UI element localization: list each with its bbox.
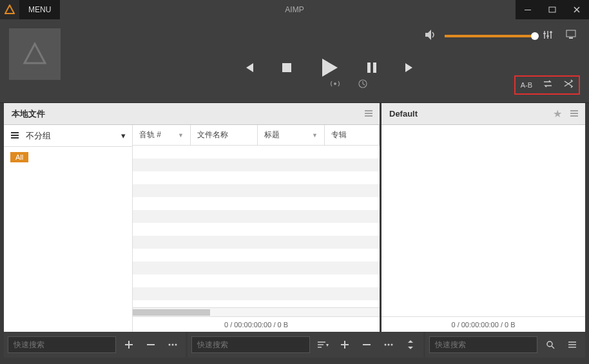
content-panels: 本地文件 不分组 ▾ All 音轨 #▼ 文件名称 标题▼ [4, 103, 585, 332]
close-button[interactable] [565, 0, 589, 19]
filter-icon[interactable]: ▼ [312, 132, 318, 139]
playback-mode-group: A-B [514, 75, 580, 95]
column-filename[interactable]: 文件名称 [191, 125, 258, 145]
clock-icon[interactable] [358, 79, 367, 91]
table-row [133, 287, 380, 300]
filter-search-input[interactable] [191, 336, 310, 353]
volume-slider[interactable] [445, 35, 535, 37]
table-row [133, 158, 380, 171]
playlist-menu-icon[interactable] [570, 108, 579, 120]
chevron-down-icon: ▾ [121, 131, 126, 140]
pause-button[interactable] [366, 61, 378, 74]
table-row [133, 262, 380, 274]
volume-control [424, 29, 576, 43]
table-row [133, 146, 380, 158]
svg-rect-3 [367, 62, 371, 73]
group-menu-icon[interactable] [10, 130, 19, 142]
table-row [133, 223, 380, 236]
svg-rect-6 [569, 37, 573, 39]
library-search-input[interactable] [8, 336, 116, 353]
svg-point-15 [547, 341, 552, 347]
app-logo-icon [0, 0, 19, 19]
horizontal-scrollbar[interactable] [133, 307, 380, 316]
column-headers: 音轨 #▼ 文件名称 标题▼ 专辑 [133, 125, 380, 146]
table-row [133, 210, 380, 223]
remove-button[interactable] [142, 336, 160, 353]
filter-icon[interactable]: ▼ [178, 132, 184, 139]
svg-rect-0 [525, 10, 531, 10]
bottom-toolbar: ▾ [4, 332, 585, 358]
svg-rect-1 [549, 7, 555, 12]
repeat-icon[interactable] [543, 79, 553, 91]
library-tab[interactable]: 本地文件 [12, 108, 45, 120]
library-status: 0 / 00:00:00:00 / 0 B [133, 316, 380, 332]
play-button[interactable] [318, 57, 340, 79]
shuffle-icon[interactable] [563, 79, 574, 91]
playlist-rows [381, 125, 585, 316]
stop-button[interactable] [281, 62, 293, 73]
group-dropdown[interactable]: 不分组 ▾ [26, 130, 126, 142]
radio-icon[interactable] [330, 79, 340, 91]
more-button[interactable] [164, 336, 182, 353]
svg-rect-4 [373, 62, 376, 73]
svg-point-13 [388, 344, 390, 346]
add-button-2[interactable] [336, 336, 354, 353]
minimize-button[interactable] [516, 0, 540, 19]
title-bar: MENU AIMP [0, 0, 589, 19]
playlist-status: 0 / 00:00:00:00 / 0 B [381, 316, 585, 332]
svg-rect-5 [566, 30, 575, 37]
svg-rect-2 [282, 63, 291, 72]
table-row [133, 236, 380, 249]
remove-button-2[interactable] [358, 336, 376, 353]
svg-point-11 [175, 344, 177, 346]
track-rows [133, 146, 380, 307]
library-menu-icon[interactable] [364, 108, 373, 120]
playlist-panel: Default ★ 0 / 00:00:00:00 / 0 B [381, 103, 585, 332]
more-button-2[interactable] [380, 336, 398, 353]
library-sidebar: 不分组 ▾ All [4, 125, 133, 332]
previous-button[interactable] [242, 61, 255, 74]
sort-button[interactable]: ▾ [314, 336, 332, 353]
album-art [9, 28, 61, 80]
svg-point-12 [385, 344, 387, 346]
updown-button[interactable] [401, 336, 420, 353]
library-panel: 本地文件 不分组 ▾ All 音轨 #▼ 文件名称 标题▼ [4, 103, 381, 332]
playlist-tab-bar: Default ★ [381, 103, 585, 125]
svg-point-7 [334, 82, 336, 85]
svg-point-10 [172, 344, 174, 346]
table-row [133, 274, 380, 287]
svg-point-9 [169, 344, 171, 346]
table-row [133, 197, 380, 210]
list-button[interactable] [563, 336, 581, 353]
library-tab-bar: 本地文件 [4, 103, 380, 125]
search-button[interactable] [541, 336, 559, 353]
menu-button[interactable]: MENU [19, 0, 60, 19]
filter-all-tag[interactable]: All [10, 152, 28, 162]
app-title: AIMP [285, 5, 304, 14]
equalizer-icon[interactable] [543, 30, 553, 43]
volume-icon[interactable] [424, 29, 437, 43]
table-row [133, 249, 380, 262]
svg-point-14 [391, 344, 393, 346]
window-controls [516, 0, 589, 19]
table-row [133, 171, 380, 184]
maximize-button[interactable] [540, 0, 565, 19]
column-album[interactable]: 专辑 [325, 125, 380, 145]
favorite-icon[interactable]: ★ [553, 108, 562, 120]
table-row [133, 184, 380, 197]
visualization-icon[interactable] [566, 30, 576, 43]
next-button[interactable] [403, 61, 416, 74]
ab-repeat-button[interactable]: A-B [521, 81, 532, 89]
library-track-area: 音轨 #▼ 文件名称 标题▼ 专辑 [133, 125, 380, 332]
column-title[interactable]: 标题▼ [258, 125, 325, 145]
playlist-search-input[interactable] [429, 336, 537, 353]
player-area: A-B [0, 19, 589, 103]
add-button[interactable] [120, 336, 138, 353]
playlist-tab[interactable]: Default [389, 109, 418, 119]
column-track[interactable]: 音轨 #▼ [133, 125, 191, 145]
